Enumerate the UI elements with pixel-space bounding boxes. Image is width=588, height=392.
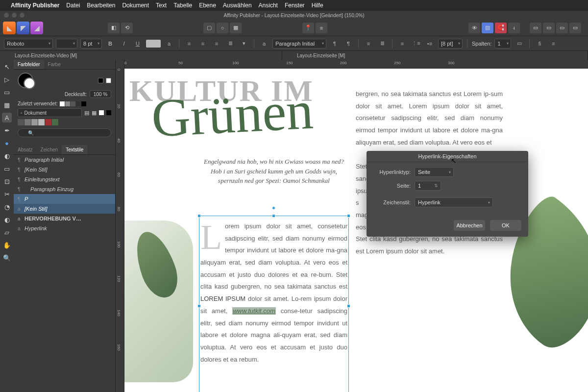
align-left-icon[interactable]: ≡ [184,39,195,49]
artistic-text-tool-icon[interactable]: A [2,113,12,122]
ruler-horizontal[interactable]: 0 50 100 150 200 250 300 [124,60,588,69]
zoom-tool-icon[interactable]: 🔍 [2,253,12,263]
leading-select[interactable]: [8 pt] [438,39,463,49]
align-icon[interactable]: ⫞ [508,23,520,33]
swatch-opt4-icon[interactable] [106,110,111,115]
fill-tool-icon[interactable]: ◔ [2,202,12,212]
circle-icon[interactable]: ○ [217,23,228,33]
style-item-selected[interactable]: P [14,194,115,204]
char-style-select[interactable]: Hyperlink [415,197,493,207]
app-menu[interactable]: Affinity Publisher [11,2,59,9]
baseline-icon[interactable]: ≡ [316,23,327,33]
swatch-search-input[interactable] [18,128,111,137]
font-weight-select[interactable] [56,39,77,49]
style-item[interactable]: Einleitungstext [14,174,115,184]
bold-icon[interactable]: B [105,39,116,49]
hyperlink-type-select[interactable]: Seite [415,167,454,177]
pilcrow-icon[interactable]: ¶ [329,39,340,49]
pen-tool-icon[interactable]: ✒ [2,125,12,135]
transparency-tool-icon[interactable]: ◐ [2,215,12,224]
recent-sw[interactable] [81,101,86,106]
menu-bearbeiten[interactable]: Bearbeiten [87,2,115,9]
arrange4-icon[interactable]: ▭ [569,23,581,33]
recent-sw[interactable] [60,101,65,106]
persona-designer-icon[interactable]: ◤ [17,22,29,34]
menu-dokument[interactable]: Dokument [122,2,149,9]
preview-icon[interactable]: 👁 [468,23,480,33]
col-opt-icon[interactable]: ▭ [514,39,525,49]
justify-more-icon[interactable]: ▾ [239,39,249,49]
table-tool-icon[interactable]: ▦ [2,100,12,110]
swatch-opt1-icon[interactable]: ▤ [84,110,89,116]
leading1-icon[interactable]: ≡ [363,39,374,49]
menu-text[interactable]: Text [156,2,167,9]
headline-2[interactable]: Grünen [150,79,315,149]
swatch[interactable] [45,119,51,125]
align-center-icon[interactable]: ≡ [197,39,208,49]
swatch[interactable] [31,119,38,125]
shape-tool-icon[interactable]: ● [2,138,12,148]
pin-icon[interactable]: 📍 [302,23,314,33]
recent-sw[interactable] [65,101,70,106]
fill-stroke-selector[interactable] [18,73,33,88]
arrange1-icon[interactable]: ▭ [530,23,541,33]
node-tool-icon[interactable]: ▷ [2,74,12,84]
magnet-icon[interactable]: 🧲 [495,23,507,33]
show-invisibles-icon[interactable]: ¶ [343,39,354,49]
grid-icon[interactable]: ▦ [230,23,242,33]
menu-fenster[interactable]: Fenster [285,2,305,9]
intro-text[interactable]: Engelgwand nia hob, wo hi nix Gwiass woa… [200,157,347,186]
italic-icon[interactable]: I [119,39,129,49]
cancel-button[interactable]: Abbrechen [454,220,485,231]
font-family-select[interactable]: Roboto [4,39,53,49]
mini-swatch-white[interactable] [106,78,111,83]
vector-crop-icon[interactable]: ✂ [2,189,12,199]
persona-photo-icon[interactable]: ◢ [30,22,43,34]
menu-tabelle[interactable]: Tabelle [173,2,192,9]
fi-icon[interactable]: fi [534,39,545,49]
swatch[interactable] [18,119,24,125]
selection-box[interactable] [199,216,349,392]
move-tool-icon[interactable]: ↖ [2,62,12,72]
mini-swatch-black[interactable] [98,78,103,83]
persona-publisher-icon[interactable]: ◣ [3,22,16,34]
menu-datei[interactable]: Datei [66,2,80,9]
justify-icon[interactable]: ≣ [225,39,236,49]
para-style-icon[interactable]: a [259,39,270,49]
align-right-icon[interactable]: ≡ [211,39,222,49]
menu-ebene[interactable]: Ebene [199,2,216,9]
para-style-select[interactable]: Paragraph Initial [272,39,326,49]
snap-icon[interactable]: ▨ [482,23,493,33]
char-style-icon[interactable]: a [164,39,174,49]
image-hand-plant[interactable] [124,220,193,382]
picture-frame-icon[interactable]: ▱ [2,227,12,237]
text-tool-icon[interactable]: ▭ [2,87,12,97]
doc-tab-2[interactable]: Layout-Einzelseite [M] [282,51,588,60]
list-bullet-icon[interactable]: ⋮≡ [411,39,421,49]
doc-tab-1[interactable]: Layout-Einzelseite-Video [M] [0,51,282,60]
swatch-opt2-icon[interactable]: ▦ [92,110,97,116]
tab-farbfelder[interactable]: Farbfelder [14,60,44,69]
tab-zeichen[interactable]: Zeichen [37,145,62,154]
menu-hilfe[interactable]: Hilfe [312,2,323,9]
swatch-opt3-icon[interactable] [99,110,104,115]
ruler-vertical[interactable]: 0 20 40 60 80 100 120 140 160 [116,60,124,392]
style-item[interactable]: Paragraph Initial [14,155,115,165]
style-item[interactable]: Hyperlink [14,223,115,233]
style-item[interactable]: Paragraph Einzug [14,184,115,194]
underline-icon[interactable]: U [132,39,143,49]
leading2-icon[interactable]: ≣ [377,39,388,49]
menu-ansicht[interactable]: Ansicht [259,2,278,9]
sync-icon[interactable]: ⟲ [121,23,133,33]
crop-tool-icon[interactable]: ⊡ [2,176,12,186]
style-item[interactable]: [Kein Stil] [14,204,115,214]
arrange3-icon[interactable]: ▭ [556,23,568,33]
typography-icon[interactable]: ≡ [548,39,559,49]
palette-select[interactable]: ▫ Dokument [18,108,82,117]
columns-select[interactable]: 1 [494,39,511,49]
list-bullet2-icon[interactable]: •≡ [424,39,435,49]
recent-sw[interactable] [76,101,81,106]
arrange2-icon[interactable]: ▭ [543,23,555,33]
opacity-input[interactable]: 100 % [90,90,111,98]
page-input[interactable]: 1 [415,181,441,191]
